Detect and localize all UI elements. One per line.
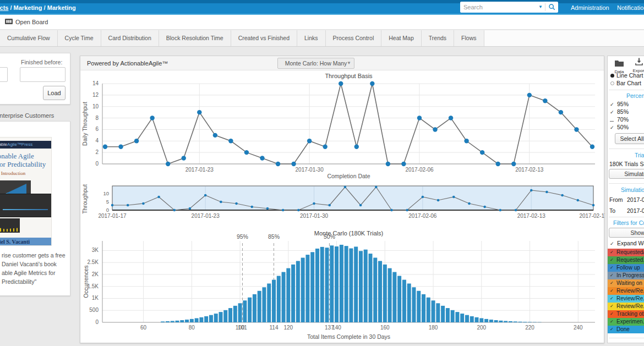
bar-chart-radio[interactable]: Bar Chart bbox=[610, 80, 641, 86]
svg-text:137: 137 bbox=[325, 325, 334, 331]
open-board-link[interactable]: Open Board bbox=[15, 19, 48, 25]
simulate-more-button[interactable]: Simulate More Trials bbox=[609, 169, 644, 179]
powered-by-label: Powered by ActionableAgile™ bbox=[87, 60, 168, 67]
promo-line: Daniel Vacanti's book bbox=[2, 260, 69, 268]
tab-links[interactable]: Links bbox=[297, 30, 326, 46]
status-filter-follow-up[interactable]: ✓Follow up bbox=[608, 264, 644, 272]
checkbox-checked-icon: ✓ bbox=[610, 264, 615, 272]
tab-block-resolution-time[interactable]: Block Resolution Time bbox=[159, 30, 231, 46]
status-filter-experimen-f[interactable]: ✓Experimen... F bbox=[608, 318, 644, 326]
load-button[interactable]: Load bbox=[43, 86, 66, 100]
selection-brush[interactable] bbox=[112, 186, 593, 210]
divider bbox=[609, 338, 644, 338]
status-filter-requested-t[interactable]: ✓Requested... t bbox=[608, 256, 644, 264]
svg-text:500: 500 bbox=[89, 307, 99, 313]
finished-before-label: Finished before: bbox=[21, 59, 62, 65]
chart-type-dropdown[interactable]: Monte Carlo: How Many▼ bbox=[277, 58, 354, 69]
tab-flows[interactable]: Flows bbox=[454, 30, 484, 46]
svg-text:2017-02-13: 2017-02-13 bbox=[517, 213, 546, 219]
histogram-bars[interactable] bbox=[161, 245, 541, 322]
export-button[interactable]: Export bbox=[631, 58, 644, 73]
search-divider bbox=[545, 3, 545, 11]
status-filter-review-re-c[interactable]: ✓Review/Re... C bbox=[608, 303, 644, 310]
svg-text:101: 101 bbox=[238, 325, 247, 331]
book-promo-card: ActionableAgile™Press Actionable AgileMe… bbox=[0, 121, 70, 296]
checkbox-checked-icon: ✓ bbox=[610, 287, 615, 295]
tab-process-control[interactable]: Process Control bbox=[326, 30, 382, 46]
book-author: Daniel S. Vacanti bbox=[0, 238, 51, 246]
percentile-checkbox-85[interactable]: ✓85% bbox=[610, 108, 629, 115]
svg-text:10: 10 bbox=[103, 190, 109, 196]
svg-text:240: 240 bbox=[574, 325, 583, 331]
percentiles-heading: Percentiles bbox=[626, 92, 644, 99]
monte-carlo-histogram[interactable]: 05001K1.5K2K2.5K3K6080100120140160180200… bbox=[80, 228, 605, 343]
search-box[interactable]: ▼ bbox=[460, 2, 558, 13]
show-attributes-button[interactable]: Show Attributes bbox=[609, 228, 644, 238]
open-board-icon[interactable] bbox=[4, 18, 13, 26]
tab-created-vs-finished[interactable]: Created vs Finished bbox=[231, 30, 297, 46]
promo-line: Predictability" bbox=[2, 277, 69, 286]
svg-text:200: 200 bbox=[477, 325, 486, 331]
breadcrumb-path: / Marketing / Marketing bbox=[8, 4, 75, 11]
radio-unselected-icon bbox=[610, 81, 614, 85]
status-filter-waiting-on-re[interactable]: ✓Waiting on Re bbox=[608, 279, 644, 287]
data-folder-icon bbox=[614, 60, 624, 67]
finished-after-input[interactable] bbox=[0, 67, 8, 82]
book-subtitle: An Introduction bbox=[0, 171, 51, 176]
percentile-checkbox-95[interactable]: ✓95% bbox=[610, 101, 629, 107]
status-filter-tracking-othe[interactable]: ✓Tracking othe bbox=[608, 310, 644, 318]
date-filters-card: Finished before: Load bbox=[0, 53, 70, 105]
administration-link[interactable]: Administration bbox=[571, 4, 609, 11]
book-press-logo: ActionableAgile™Press bbox=[0, 141, 51, 149]
svg-text:2017-02-17: 2017-02-17 bbox=[579, 213, 605, 219]
search-icon[interactable] bbox=[548, 3, 555, 10]
from-date-value[interactable]: 2017-02-17 bbox=[627, 196, 644, 203]
to-label: To bbox=[609, 207, 615, 214]
status-filter-review-re-o[interactable]: ✓Review/Re...o bbox=[608, 287, 644, 295]
tab-heat-map[interactable]: Heat Map bbox=[381, 30, 422, 46]
tab-cumulative-flow[interactable]: Cumulative Flow bbox=[0, 30, 58, 46]
svg-text:Monte Carlo (180K Trials): Monte Carlo (180K Trials) bbox=[314, 230, 383, 237]
checkbox-checked-icon: ✓ bbox=[610, 102, 615, 107]
breadcrumb-link-projects[interactable]: Projects bbox=[0, 4, 8, 11]
svg-text:0: 0 bbox=[95, 161, 99, 167]
search-input[interactable] bbox=[463, 2, 535, 12]
percentile-checkbox-70[interactable]: 70% bbox=[610, 116, 629, 123]
checkbox-checked-icon: ✓ bbox=[610, 256, 615, 264]
svg-text:2017-02-06: 2017-02-06 bbox=[408, 213, 437, 219]
export-download-icon bbox=[635, 58, 643, 65]
search-dropdown-caret-icon[interactable]: ▼ bbox=[538, 4, 543, 9]
throughput-basis-chart[interactable]: 024681012142017-01-232017-01-302017-02-0… bbox=[80, 72, 605, 182]
status-filter-review-re-f[interactable]: ✓Review/Re... F bbox=[608, 295, 644, 303]
percentile-checkbox-50[interactable]: ✓50% bbox=[610, 124, 629, 130]
to-date-value[interactable]: 2017-03-19 bbox=[627, 207, 644, 214]
line-chart-radio[interactable]: Line Chart bbox=[610, 72, 643, 79]
from-label: From bbox=[609, 196, 623, 203]
svg-text:Throughput: Throughput bbox=[81, 184, 88, 214]
main-chart-panel: Powered by ActionableAgile™ Monte Carlo:… bbox=[80, 56, 604, 343]
divider bbox=[609, 217, 644, 217]
svg-text:10: 10 bbox=[92, 103, 99, 109]
tab-card-distribution[interactable]: Card Distribution bbox=[101, 30, 159, 46]
expand-workflow-checkbox[interactable]: ✓Expand Workflow bbox=[610, 240, 644, 246]
checkbox-checked-icon: ✓ bbox=[610, 318, 615, 326]
svg-text:80: 80 bbox=[189, 325, 195, 331]
svg-text:2017-02-13: 2017-02-13 bbox=[515, 167, 544, 173]
throughput-range-selector[interactable]: 2017-01-172017-01-232017-01-302017-02-06… bbox=[80, 184, 605, 227]
status-filter-done[interactable]: ✓Done bbox=[608, 326, 644, 333]
tab-cycle-time[interactable]: Cycle Time bbox=[58, 30, 101, 46]
divider bbox=[609, 90, 644, 90]
select-all-button[interactable]: Select All bbox=[615, 133, 644, 144]
tab-trends[interactable]: Trends bbox=[422, 30, 454, 46]
svg-text:120: 120 bbox=[283, 325, 293, 331]
notifications-link[interactable]: Notifications bbox=[617, 4, 644, 11]
checkbox-checked-icon: ✓ bbox=[610, 249, 615, 256]
finished-before-input[interactable] bbox=[20, 67, 66, 82]
status-filter-in-progress[interactable]: ✓In Progress bbox=[608, 272, 644, 279]
status-filter-requested-id[interactable]: ✓Requested/Id bbox=[608, 249, 644, 256]
svg-text:0: 0 bbox=[106, 207, 109, 213]
series-points[interactable] bbox=[103, 81, 594, 166]
book-histogram-image bbox=[0, 218, 20, 233]
checkbox-checked-icon: ✓ bbox=[610, 241, 615, 246]
book-title: Actionable AgileMetrics for Predictabili… bbox=[0, 152, 51, 168]
